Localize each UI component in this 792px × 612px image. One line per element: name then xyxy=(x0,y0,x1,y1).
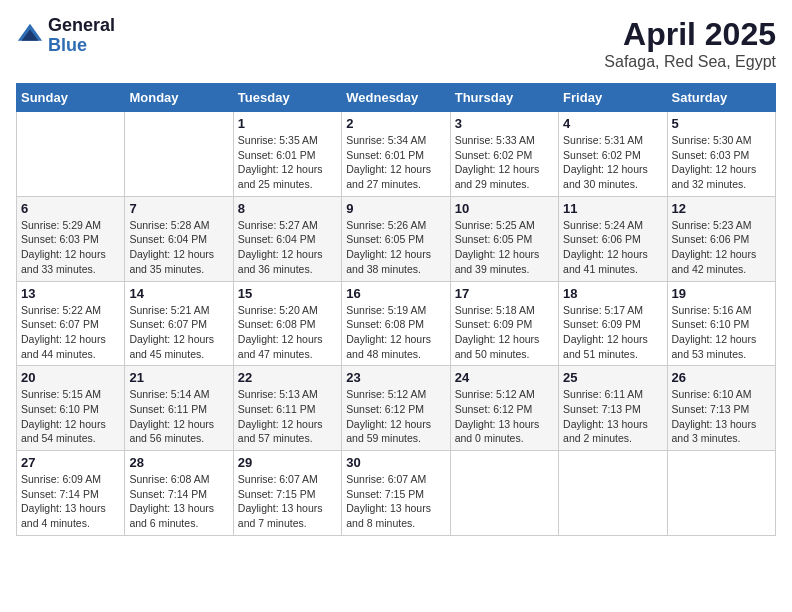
day-detail: Sunrise: 5:19 AMSunset: 6:08 PMDaylight:… xyxy=(346,303,445,362)
day-detail: Sunrise: 5:34 AMSunset: 6:01 PMDaylight:… xyxy=(346,133,445,192)
calendar-cell: 19Sunrise: 5:16 AMSunset: 6:10 PMDayligh… xyxy=(667,281,775,366)
day-detail: Sunrise: 6:11 AMSunset: 7:13 PMDaylight:… xyxy=(563,387,662,446)
day-number: 6 xyxy=(21,201,120,216)
day-detail: Sunrise: 5:31 AMSunset: 6:02 PMDaylight:… xyxy=(563,133,662,192)
calendar-cell: 3Sunrise: 5:33 AMSunset: 6:02 PMDaylight… xyxy=(450,112,558,197)
day-detail: Sunrise: 6:09 AMSunset: 7:14 PMDaylight:… xyxy=(21,472,120,531)
calendar-week-row: 20Sunrise: 5:15 AMSunset: 6:10 PMDayligh… xyxy=(17,366,776,451)
day-detail: Sunrise: 5:26 AMSunset: 6:05 PMDaylight:… xyxy=(346,218,445,277)
calendar-cell: 7Sunrise: 5:28 AMSunset: 6:04 PMDaylight… xyxy=(125,196,233,281)
day-detail: Sunrise: 5:20 AMSunset: 6:08 PMDaylight:… xyxy=(238,303,337,362)
calendar-cell: 17Sunrise: 5:18 AMSunset: 6:09 PMDayligh… xyxy=(450,281,558,366)
day-number: 15 xyxy=(238,286,337,301)
day-detail: Sunrise: 5:12 AMSunset: 6:12 PMDaylight:… xyxy=(346,387,445,446)
calendar-cell: 9Sunrise: 5:26 AMSunset: 6:05 PMDaylight… xyxy=(342,196,450,281)
logo-blue: Blue xyxy=(48,36,115,56)
calendar-week-row: 6Sunrise: 5:29 AMSunset: 6:03 PMDaylight… xyxy=(17,196,776,281)
page-subtitle: Safaga, Red Sea, Egypt xyxy=(604,53,776,71)
day-detail: Sunrise: 5:13 AMSunset: 6:11 PMDaylight:… xyxy=(238,387,337,446)
calendar-week-row: 1Sunrise: 5:35 AMSunset: 6:01 PMDaylight… xyxy=(17,112,776,197)
calendar-cell: 5Sunrise: 5:30 AMSunset: 6:03 PMDaylight… xyxy=(667,112,775,197)
day-detail: Sunrise: 5:15 AMSunset: 6:10 PMDaylight:… xyxy=(21,387,120,446)
day-number: 10 xyxy=(455,201,554,216)
calendar-cell: 1Sunrise: 5:35 AMSunset: 6:01 PMDaylight… xyxy=(233,112,341,197)
day-number: 24 xyxy=(455,370,554,385)
calendar-table: SundayMondayTuesdayWednesdayThursdayFrid… xyxy=(16,83,776,536)
day-number: 16 xyxy=(346,286,445,301)
day-number: 23 xyxy=(346,370,445,385)
calendar-cell: 25Sunrise: 6:11 AMSunset: 7:13 PMDayligh… xyxy=(559,366,667,451)
day-number: 5 xyxy=(672,116,771,131)
calendar-cell: 15Sunrise: 5:20 AMSunset: 6:08 PMDayligh… xyxy=(233,281,341,366)
day-detail: Sunrise: 5:23 AMSunset: 6:06 PMDaylight:… xyxy=(672,218,771,277)
calendar-cell: 6Sunrise: 5:29 AMSunset: 6:03 PMDaylight… xyxy=(17,196,125,281)
day-number: 11 xyxy=(563,201,662,216)
day-number: 21 xyxy=(129,370,228,385)
calendar-cell: 20Sunrise: 5:15 AMSunset: 6:10 PMDayligh… xyxy=(17,366,125,451)
day-detail: Sunrise: 6:08 AMSunset: 7:14 PMDaylight:… xyxy=(129,472,228,531)
calendar-week-row: 13Sunrise: 5:22 AMSunset: 6:07 PMDayligh… xyxy=(17,281,776,366)
calendar-cell: 8Sunrise: 5:27 AMSunset: 6:04 PMDaylight… xyxy=(233,196,341,281)
day-number: 13 xyxy=(21,286,120,301)
day-number: 30 xyxy=(346,455,445,470)
day-detail: Sunrise: 6:07 AMSunset: 7:15 PMDaylight:… xyxy=(238,472,337,531)
day-number: 2 xyxy=(346,116,445,131)
day-number: 14 xyxy=(129,286,228,301)
calendar-cell xyxy=(559,451,667,536)
calendar-cell: 28Sunrise: 6:08 AMSunset: 7:14 PMDayligh… xyxy=(125,451,233,536)
day-detail: Sunrise: 5:14 AMSunset: 6:11 PMDaylight:… xyxy=(129,387,228,446)
day-number: 8 xyxy=(238,201,337,216)
calendar-cell xyxy=(125,112,233,197)
day-detail: Sunrise: 5:29 AMSunset: 6:03 PMDaylight:… xyxy=(21,218,120,277)
calendar-cell: 16Sunrise: 5:19 AMSunset: 6:08 PMDayligh… xyxy=(342,281,450,366)
day-number: 9 xyxy=(346,201,445,216)
weekday-header: Thursday xyxy=(450,84,558,112)
day-detail: Sunrise: 5:33 AMSunset: 6:02 PMDaylight:… xyxy=(455,133,554,192)
day-detail: Sunrise: 5:27 AMSunset: 6:04 PMDaylight:… xyxy=(238,218,337,277)
day-number: 7 xyxy=(129,201,228,216)
day-number: 25 xyxy=(563,370,662,385)
weekday-header: Tuesday xyxy=(233,84,341,112)
day-detail: Sunrise: 5:12 AMSunset: 6:12 PMDaylight:… xyxy=(455,387,554,446)
weekday-header-row: SundayMondayTuesdayWednesdayThursdayFrid… xyxy=(17,84,776,112)
calendar-cell: 14Sunrise: 5:21 AMSunset: 6:07 PMDayligh… xyxy=(125,281,233,366)
weekday-header: Saturday xyxy=(667,84,775,112)
calendar-cell: 26Sunrise: 6:10 AMSunset: 7:13 PMDayligh… xyxy=(667,366,775,451)
day-number: 26 xyxy=(672,370,771,385)
day-number: 18 xyxy=(563,286,662,301)
day-number: 3 xyxy=(455,116,554,131)
day-detail: Sunrise: 5:25 AMSunset: 6:05 PMDaylight:… xyxy=(455,218,554,277)
day-detail: Sunrise: 5:21 AMSunset: 6:07 PMDaylight:… xyxy=(129,303,228,362)
day-detail: Sunrise: 5:24 AMSunset: 6:06 PMDaylight:… xyxy=(563,218,662,277)
weekday-header: Friday xyxy=(559,84,667,112)
calendar-cell: 10Sunrise: 5:25 AMSunset: 6:05 PMDayligh… xyxy=(450,196,558,281)
logo: General Blue xyxy=(16,16,115,56)
weekday-header: Wednesday xyxy=(342,84,450,112)
calendar-week-row: 27Sunrise: 6:09 AMSunset: 7:14 PMDayligh… xyxy=(17,451,776,536)
calendar-cell: 4Sunrise: 5:31 AMSunset: 6:02 PMDaylight… xyxy=(559,112,667,197)
calendar-cell: 30Sunrise: 6:07 AMSunset: 7:15 PMDayligh… xyxy=(342,451,450,536)
logo-text: General Blue xyxy=(48,16,115,56)
calendar-cell: 23Sunrise: 5:12 AMSunset: 6:12 PMDayligh… xyxy=(342,366,450,451)
day-detail: Sunrise: 5:22 AMSunset: 6:07 PMDaylight:… xyxy=(21,303,120,362)
calendar-cell: 22Sunrise: 5:13 AMSunset: 6:11 PMDayligh… xyxy=(233,366,341,451)
day-detail: Sunrise: 5:16 AMSunset: 6:10 PMDaylight:… xyxy=(672,303,771,362)
title-block: April 2025 Safaga, Red Sea, Egypt xyxy=(604,16,776,71)
day-detail: Sunrise: 6:10 AMSunset: 7:13 PMDaylight:… xyxy=(672,387,771,446)
day-number: 12 xyxy=(672,201,771,216)
day-detail: Sunrise: 6:07 AMSunset: 7:15 PMDaylight:… xyxy=(346,472,445,531)
page-title: April 2025 xyxy=(604,16,776,53)
calendar-cell: 13Sunrise: 5:22 AMSunset: 6:07 PMDayligh… xyxy=(17,281,125,366)
day-number: 19 xyxy=(672,286,771,301)
day-number: 27 xyxy=(21,455,120,470)
calendar-cell xyxy=(450,451,558,536)
calendar-cell: 2Sunrise: 5:34 AMSunset: 6:01 PMDaylight… xyxy=(342,112,450,197)
calendar-cell: 11Sunrise: 5:24 AMSunset: 6:06 PMDayligh… xyxy=(559,196,667,281)
day-detail: Sunrise: 5:35 AMSunset: 6:01 PMDaylight:… xyxy=(238,133,337,192)
calendar-cell: 27Sunrise: 6:09 AMSunset: 7:14 PMDayligh… xyxy=(17,451,125,536)
day-number: 28 xyxy=(129,455,228,470)
day-detail: Sunrise: 5:17 AMSunset: 6:09 PMDaylight:… xyxy=(563,303,662,362)
calendar-cell xyxy=(17,112,125,197)
day-number: 4 xyxy=(563,116,662,131)
day-number: 1 xyxy=(238,116,337,131)
